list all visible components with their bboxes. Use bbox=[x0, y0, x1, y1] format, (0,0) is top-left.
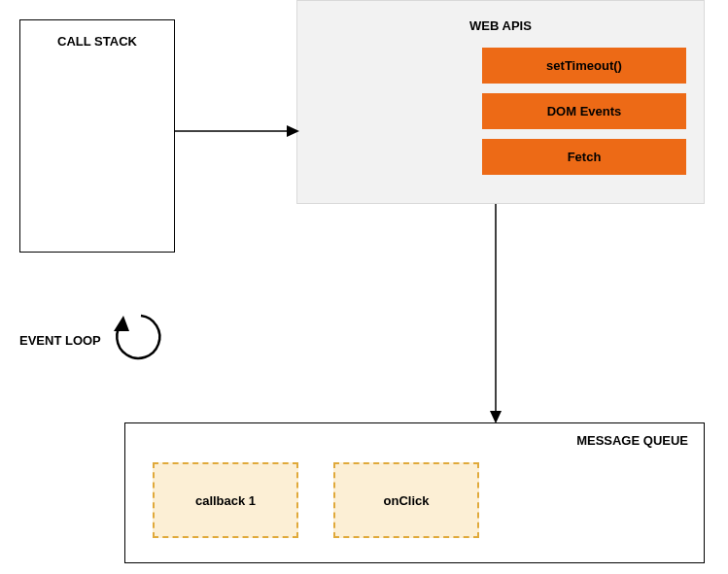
queue-item-callback-1: callback 1 bbox=[153, 462, 298, 538]
call-stack-box: CALL STACK bbox=[19, 19, 175, 253]
arrow-webapis-to-queue-icon bbox=[481, 204, 510, 427]
event-loop-icon bbox=[112, 308, 170, 366]
web-apis-box: WEB APIS setTimeout() DOM Events Fetch bbox=[296, 0, 705, 204]
message-queue-items: callback 1 onClick bbox=[153, 462, 479, 538]
web-api-settimeout: setTimeout() bbox=[482, 48, 686, 84]
web-api-fetch: Fetch bbox=[482, 139, 686, 175]
arrow-callstack-to-webapis-icon bbox=[175, 117, 301, 146]
web-apis-list: setTimeout() DOM Events Fetch bbox=[482, 48, 686, 185]
svg-marker-2 bbox=[114, 316, 129, 331]
queue-item-onclick: onClick bbox=[333, 462, 479, 538]
message-queue-box: MESSAGE QUEUE callback 1 onClick bbox=[124, 422, 705, 563]
message-queue-title: MESSAGE QUEUE bbox=[576, 433, 688, 448]
web-apis-title: WEB APIS bbox=[297, 1, 704, 33]
web-api-dom-events: DOM Events bbox=[482, 93, 686, 129]
event-loop-label: EVENT LOOP bbox=[19, 333, 101, 348]
call-stack-title: CALL STACK bbox=[20, 20, 174, 49]
